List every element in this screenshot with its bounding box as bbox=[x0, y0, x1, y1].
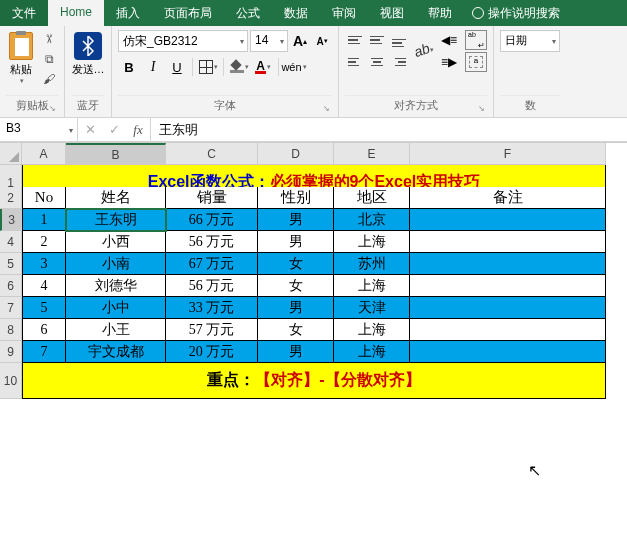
cell[interactable]: 男 bbox=[258, 297, 334, 319]
cell[interactable]: 性别 bbox=[258, 187, 334, 209]
cell[interactable]: 苏州 bbox=[334, 253, 410, 275]
tab-data[interactable]: 数据 bbox=[272, 0, 320, 26]
select-all[interactable] bbox=[0, 143, 22, 165]
cell[interactable]: 2 bbox=[22, 231, 66, 253]
cell[interactable]: 男 bbox=[258, 341, 334, 363]
cell[interactable]: 天津 bbox=[334, 297, 410, 319]
col-header-D[interactable]: D bbox=[258, 143, 334, 165]
align-right-button[interactable] bbox=[389, 52, 409, 72]
cell[interactable]: 上海 bbox=[334, 341, 410, 363]
cell[interactable] bbox=[410, 275, 606, 297]
cell[interactable]: 地区 bbox=[334, 187, 410, 209]
cell[interactable]: 56 万元 bbox=[166, 231, 258, 253]
cell-active[interactable]: 王东明 bbox=[66, 209, 166, 231]
tab-review[interactable]: 审阅 bbox=[320, 0, 368, 26]
row-header-9[interactable]: 9 bbox=[0, 341, 22, 363]
font-color-button[interactable]: A▾ bbox=[252, 56, 274, 78]
cell[interactable]: 1 bbox=[22, 209, 66, 231]
bold-button[interactable]: B bbox=[118, 56, 140, 78]
cell[interactable]: 上海 bbox=[334, 275, 410, 297]
underline-button[interactable]: U bbox=[166, 56, 188, 78]
worksheet-grid[interactable]: A B C D E F 1 Excel函数公式： 必须掌握的9个Excel实用技… bbox=[0, 142, 627, 385]
paste-button[interactable]: 粘贴 ▾ bbox=[6, 30, 36, 93]
cell[interactable]: 销量 bbox=[166, 187, 258, 209]
cell[interactable]: 小西 bbox=[66, 231, 166, 253]
cell[interactable]: 小王 bbox=[66, 319, 166, 341]
cell[interactable]: 上海 bbox=[334, 231, 410, 253]
cell[interactable]: 4 bbox=[22, 275, 66, 297]
cell[interactable]: 67 万元 bbox=[166, 253, 258, 275]
insert-function-button[interactable]: fx bbox=[126, 122, 150, 138]
tell-me-search[interactable]: 操作说明搜索 bbox=[464, 0, 568, 26]
cell[interactable]: No bbox=[22, 187, 66, 209]
cell[interactable]: 33 万元 bbox=[166, 297, 258, 319]
cell[interactable] bbox=[410, 209, 606, 231]
col-header-A[interactable]: A bbox=[22, 143, 66, 165]
cell[interactable]: 5 bbox=[22, 297, 66, 319]
cell[interactable]: 小南 bbox=[66, 253, 166, 275]
increase-font-button[interactable]: A▴ bbox=[290, 31, 310, 51]
dialog-launcher-icon[interactable]: ↘ bbox=[323, 104, 330, 113]
cell[interactable]: 3 bbox=[22, 253, 66, 275]
cell[interactable]: 20 万元 bbox=[166, 341, 258, 363]
footer-cell[interactable]: 重点： 【对齐】-【分散对齐】 bbox=[22, 363, 606, 399]
borders-button[interactable]: ▾ bbox=[197, 56, 219, 78]
enter-button[interactable]: ✓ bbox=[102, 122, 126, 137]
row-header-4[interactable]: 4 bbox=[0, 231, 22, 253]
align-top-button[interactable] bbox=[345, 30, 365, 50]
decrease-font-button[interactable]: A▾ bbox=[312, 31, 332, 51]
cut-button[interactable]: ✂ bbox=[40, 30, 58, 48]
cell[interactable]: 北京 bbox=[334, 209, 410, 231]
format-painter-button[interactable]: 🖌 bbox=[40, 70, 58, 88]
dialog-launcher-icon[interactable]: ↘ bbox=[478, 104, 485, 113]
align-middle-button[interactable] bbox=[367, 30, 387, 50]
align-left-button[interactable] bbox=[345, 52, 365, 72]
number-format-select[interactable]: 日期▾ bbox=[500, 30, 560, 52]
cell[interactable]: 7 bbox=[22, 341, 66, 363]
cell[interactable]: 男 bbox=[258, 231, 334, 253]
italic-button[interactable]: I bbox=[142, 56, 164, 78]
merge-center-button[interactable] bbox=[465, 52, 487, 72]
cell[interactable]: 6 bbox=[22, 319, 66, 341]
decrease-indent-button[interactable]: ◀≡ bbox=[439, 30, 459, 50]
col-header-B[interactable]: B bbox=[66, 143, 166, 165]
fill-color-button[interactable]: ▾ bbox=[228, 56, 250, 78]
row-header-5[interactable]: 5 bbox=[0, 253, 22, 275]
dialog-launcher-icon[interactable]: ↘ bbox=[49, 104, 56, 113]
col-header-F[interactable]: F bbox=[410, 143, 606, 165]
row-header-7[interactable]: 7 bbox=[0, 297, 22, 319]
copy-button[interactable]: ⧉ bbox=[40, 50, 58, 68]
phonetic-guide-button[interactable]: wén▾ bbox=[283, 56, 305, 78]
cell[interactable] bbox=[410, 253, 606, 275]
tab-page-layout[interactable]: 页面布局 bbox=[152, 0, 224, 26]
cell[interactable]: 56 万元 bbox=[166, 275, 258, 297]
tab-file[interactable]: 文件 bbox=[0, 0, 48, 26]
cell[interactable] bbox=[410, 341, 606, 363]
align-center-button[interactable] bbox=[367, 52, 387, 72]
row-header-8[interactable]: 8 bbox=[0, 319, 22, 341]
bluetooth-send-button[interactable]: 发送… bbox=[71, 30, 105, 93]
font-size-select[interactable]: 14▾ bbox=[250, 30, 288, 52]
increase-indent-button[interactable]: ≡▶ bbox=[439, 52, 459, 72]
cell[interactable]: 小中 bbox=[66, 297, 166, 319]
cell[interactable]: 上海 bbox=[334, 319, 410, 341]
cell[interactable] bbox=[410, 231, 606, 253]
cell[interactable]: 女 bbox=[258, 253, 334, 275]
wrap-text-button[interactable] bbox=[465, 30, 487, 50]
tab-home[interactable]: Home bbox=[48, 0, 104, 26]
col-header-C[interactable]: C bbox=[166, 143, 258, 165]
cell[interactable] bbox=[410, 319, 606, 341]
cell[interactable]: 备注 bbox=[410, 187, 606, 209]
col-header-E[interactable]: E bbox=[334, 143, 410, 165]
align-bottom-button[interactable] bbox=[389, 30, 409, 50]
row-header-3[interactable]: 3 bbox=[0, 209, 22, 231]
tab-view[interactable]: 视图 bbox=[368, 0, 416, 26]
tab-help[interactable]: 帮助 bbox=[416, 0, 464, 26]
cell[interactable]: 57 万元 bbox=[166, 319, 258, 341]
cell[interactable] bbox=[410, 297, 606, 319]
font-name-select[interactable]: 仿宋_GB2312▾ bbox=[118, 30, 248, 52]
cell[interactable]: 宇文成都 bbox=[66, 341, 166, 363]
formula-input[interactable]: 王东明 bbox=[151, 118, 627, 141]
cell[interactable]: 姓名 bbox=[66, 187, 166, 209]
row-header-2[interactable]: 2 bbox=[0, 187, 22, 209]
